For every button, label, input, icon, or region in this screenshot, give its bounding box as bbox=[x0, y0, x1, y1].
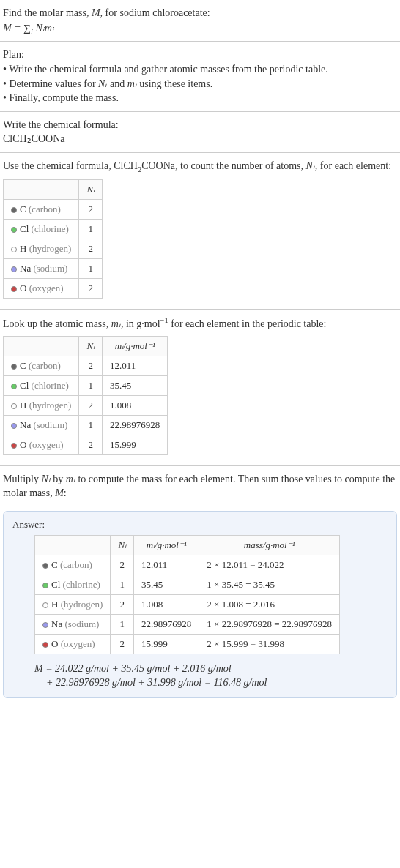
table-row: C (carbon)2 bbox=[4, 200, 103, 220]
header-empty bbox=[4, 180, 79, 200]
element-symbol: H bbox=[51, 599, 58, 610]
formula-lhs: M = bbox=[3, 23, 23, 34]
intro-line1a: Find the molar mass, bbox=[3, 7, 92, 18]
element-dot-icon bbox=[11, 207, 17, 213]
table-header-row: Nᵢ mᵢ/g·mol⁻¹ bbox=[4, 336, 168, 356]
mass-calc: 2 × 1.008 = 2.016 bbox=[199, 594, 340, 614]
plan-b2-c: using these items. bbox=[137, 78, 212, 89]
element-name: (hydrogen) bbox=[29, 243, 72, 254]
table-row: H (hydrogen)2 bbox=[4, 239, 103, 259]
compute-mi: mᵢ bbox=[66, 474, 75, 484]
mass-table: Nᵢ mᵢ/g·mol⁻¹ C (carbon)212.011Cl (chlor… bbox=[3, 336, 168, 455]
element-name: (carbon) bbox=[60, 559, 92, 570]
element-cell: Cl (chlorine) bbox=[4, 220, 79, 239]
m-value: 1.008 bbox=[103, 395, 168, 415]
plan-b2-mi: mᵢ bbox=[127, 78, 137, 89]
m-value: 22.98976928 bbox=[134, 614, 199, 634]
plan-bullet-2: • Determine values for Nᵢ and mᵢ using t… bbox=[3, 77, 397, 91]
element-name: (sodium) bbox=[33, 263, 67, 274]
compute-section: Multiply Nᵢ by mᵢ to compute the mass fo… bbox=[0, 466, 400, 506]
element-dot-icon bbox=[42, 563, 48, 569]
mass-calc: 2 × 15.999 = 31.998 bbox=[199, 634, 340, 654]
answer-box: Answer: Nᵢ mᵢ/g·mol⁻¹ mass/g·mol⁻¹ C (ca… bbox=[3, 511, 397, 698]
table-row: H (hydrogen)21.0082 × 1.008 = 2.016 bbox=[35, 594, 340, 614]
formula-sum: ∑ bbox=[23, 23, 31, 34]
element-dot-icon bbox=[11, 247, 17, 252]
element-dot-icon bbox=[42, 622, 48, 628]
final-equation: M = 24.022 g/mol + 35.45 g/mol + 2.016 g… bbox=[34, 662, 388, 690]
element-symbol: C bbox=[51, 559, 58, 570]
element-cell: H (hydrogen) bbox=[4, 239, 79, 259]
element-symbol: Na bbox=[20, 419, 31, 430]
n-value: 2 bbox=[79, 356, 103, 375]
element-name: (oxygen) bbox=[29, 283, 64, 293]
compute-m: M bbox=[55, 487, 64, 498]
mass-calc: 1 × 35.45 = 35.45 bbox=[199, 575, 340, 594]
table-row: Cl (chlorine)135.451 × 35.45 = 35.45 bbox=[35, 575, 340, 594]
table-row: O (oxygen)2 bbox=[4, 279, 103, 299]
element-symbol: C bbox=[20, 203, 26, 214]
element-name: (oxygen) bbox=[61, 638, 95, 649]
answer-table: Nᵢ mᵢ/g·mol⁻¹ mass/g·mol⁻¹ C (carbon)212… bbox=[34, 535, 340, 654]
table-row: Na (sodium)122.989769281 × 22.98976928 =… bbox=[35, 614, 340, 634]
element-symbol: Cl bbox=[20, 380, 29, 391]
mass-text-mi: mᵢ bbox=[111, 318, 121, 329]
n-value: 2 bbox=[79, 279, 103, 299]
intro-formula: M = ∑i Nᵢmᵢ bbox=[3, 22, 397, 36]
element-cell: Cl (chlorine) bbox=[4, 375, 79, 395]
table-header-row: Nᵢ mᵢ/g·mol⁻¹ mass/g·mol⁻¹ bbox=[35, 535, 340, 555]
element-dot-icon bbox=[11, 266, 17, 272]
element-cell: H (hydrogen) bbox=[35, 594, 111, 614]
plan-b2-ni: Nᵢ bbox=[98, 78, 107, 89]
element-name: (chlorine) bbox=[63, 579, 100, 590]
mass-calc: 2 × 12.011 = 24.022 bbox=[199, 555, 340, 575]
answer-label: Answer: bbox=[12, 519, 388, 531]
compute-d: : bbox=[64, 487, 67, 498]
element-symbol: O bbox=[20, 439, 26, 450]
n-value: 2 bbox=[111, 555, 134, 575]
header-ni: Nᵢ bbox=[79, 180, 103, 200]
count-text-b: COONa, to count the number of atoms, bbox=[141, 160, 305, 171]
n-value: 1 bbox=[79, 259, 103, 279]
n-value: 1 bbox=[111, 575, 134, 594]
element-cell: O (oxygen) bbox=[35, 634, 111, 654]
table-row: Cl (chlorine)135.45 bbox=[4, 375, 168, 395]
element-symbol: H bbox=[20, 243, 26, 254]
n-value: 2 bbox=[111, 594, 134, 614]
table-row: O (oxygen)215.999 bbox=[4, 435, 168, 454]
n-value: 1 bbox=[79, 220, 103, 239]
element-name: (sodium) bbox=[33, 419, 67, 430]
plan-bullet-1: • Write the chemical formula and gather … bbox=[3, 62, 397, 77]
m-value: 1.008 bbox=[134, 594, 199, 614]
table-row: Na (sodium)122.98976928 bbox=[4, 415, 168, 435]
compute-text: Multiply Nᵢ by mᵢ to compute the mass fo… bbox=[3, 472, 397, 501]
table-header-row: Nᵢ bbox=[4, 180, 103, 200]
count-text-c: , for each element: bbox=[315, 160, 391, 171]
element-name: (hydrogen) bbox=[29, 400, 72, 411]
header-ni: Nᵢ bbox=[111, 535, 134, 555]
count-text: Use the chemical formula, ClCH2COONa, to… bbox=[3, 159, 397, 175]
element-name: (chlorine) bbox=[32, 380, 69, 391]
header-mi: mᵢ/g·mol⁻¹ bbox=[103, 336, 168, 356]
final-line-2: + 22.98976928 g/mol + 31.998 g/mol = 116… bbox=[46, 676, 388, 690]
element-symbol: O bbox=[20, 283, 26, 293]
element-cell: O (oxygen) bbox=[4, 435, 79, 454]
header-ni: Nᵢ bbox=[79, 336, 103, 356]
element-name: (sodium) bbox=[64, 618, 99, 629]
header-empty bbox=[35, 535, 111, 555]
plan-b2-a: • Determine values for bbox=[3, 78, 98, 89]
element-dot-icon bbox=[11, 384, 17, 389]
m-value: 12.011 bbox=[103, 356, 168, 375]
n-value: 2 bbox=[79, 435, 103, 454]
mass-calc: 1 × 22.98976928 = 22.98976928 bbox=[199, 614, 340, 634]
intro-line1b: , for sodium chloroacetate: bbox=[100, 7, 210, 18]
plan-title: Plan: bbox=[3, 48, 397, 62]
mass-text-b: , in g·mol bbox=[121, 318, 160, 329]
element-dot-icon bbox=[11, 423, 17, 429]
element-cell: O (oxygen) bbox=[4, 279, 79, 299]
m-value: 35.45 bbox=[103, 375, 168, 395]
element-cell: Na (sodium) bbox=[35, 614, 111, 634]
element-name: (hydrogen) bbox=[61, 599, 103, 610]
element-dot-icon bbox=[42, 583, 48, 588]
element-symbol: Cl bbox=[20, 223, 29, 234]
